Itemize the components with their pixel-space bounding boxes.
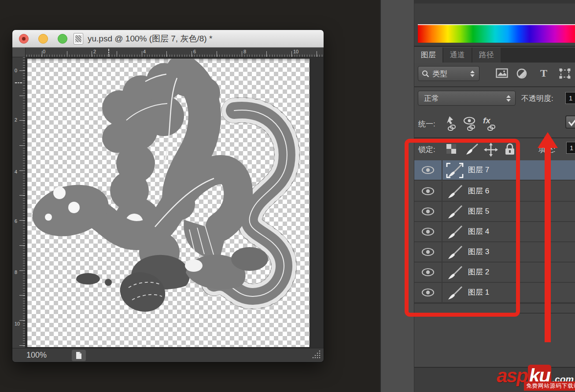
annotation-arrow	[545, 147, 551, 342]
chevron-updown-icon	[470, 70, 475, 77]
ruler-number: 4	[15, 169, 21, 174]
ruler-number: 2	[15, 117, 21, 122]
filter-shape-layers-icon[interactable]	[559, 68, 571, 81]
layer-filter-row: 类型 T	[414, 63, 575, 86]
cursor-position-marker	[108, 49, 109, 56]
ruler-number: 2	[93, 49, 96, 54]
page-icon	[75, 351, 82, 359]
ruler-number: 6	[193, 49, 196, 54]
zoom-level[interactable]: 100%	[26, 351, 47, 360]
ruler-number: 0	[43, 49, 45, 54]
document-statusbar: 100%	[12, 348, 324, 362]
ruler-number: 10	[293, 49, 299, 54]
tab-layers[interactable]: 图层	[414, 48, 442, 63]
filter-type-label: 类型	[432, 69, 447, 79]
document-window[interactable]: yu.psd @ 100% (图层 7, 灰色/8) * 0 2 4 6 8 1…	[12, 30, 324, 362]
ruler-number: 8	[243, 49, 246, 54]
document-title: yu.psd @ 100% (图层 7, 灰色/8) *	[88, 33, 212, 44]
minimize-button[interactable]	[38, 34, 48, 44]
annotation-highlight-rectangle	[405, 139, 520, 317]
svg-text:fx: fx	[483, 116, 491, 125]
annotation-arrow-head	[538, 132, 558, 148]
filter-text-layers-icon[interactable]: T	[538, 68, 549, 81]
tab-paths[interactable]: 路径	[472, 48, 501, 63]
ruler-number: 10	[15, 321, 21, 326]
ruler-number: 6	[15, 218, 21, 224]
vertical-ruler[interactable]: 0 2 4 6 8 10	[12, 57, 26, 348]
ruler-number: 8	[15, 270, 21, 275]
window-resize-grip[interactable]	[312, 350, 321, 360]
ruler-ticks	[26, 51, 324, 57]
canvas-transparency-checkerboard[interactable]	[27, 59, 310, 347]
watermark-tagline: 免费网站源码下载站!	[524, 381, 575, 391]
chevron-updown-icon	[506, 95, 511, 102]
tab-channels[interactable]: 通道	[443, 48, 472, 63]
unify-label: 统一:	[418, 119, 435, 129]
horizontal-ruler[interactable]: 0 2 4 6 8 10	[26, 48, 324, 57]
filter-type-dropdown[interactable]: 类型	[418, 66, 479, 81]
opacity-label: 不透明度:	[521, 93, 553, 104]
document-titlebar[interactable]: yu.psd @ 100% (图层 7, 灰色/8) *	[12, 30, 324, 48]
blend-mode-dropdown[interactable]: 正常	[418, 91, 516, 106]
unify-position-icon[interactable]	[443, 115, 458, 133]
zoom-window-button[interactable]	[58, 34, 67, 44]
ruler-number: 4	[143, 49, 146, 54]
filter-adjustment-layers-icon[interactable]	[516, 68, 527, 81]
opacity-value-field[interactable]: 1	[565, 92, 575, 104]
search-icon	[422, 70, 429, 78]
panel-tabstrip: 图层 通道 路径	[414, 48, 575, 63]
ruler-ticks	[19, 57, 25, 348]
filter-pixel-layers-icon[interactable]	[496, 68, 508, 80]
unify-checkbox[interactable]	[565, 115, 575, 129]
site-watermark: aspku.com 免费网站源码下载站!	[497, 365, 575, 392]
close-button[interactable]	[19, 34, 29, 44]
color-panel	[414, 0, 575, 47]
ruler-number: 0	[15, 68, 21, 73]
photoshop-workspace: 图层 通道 路径 类型 T	[0, 0, 575, 392]
blend-mode-row: 正常 不透明度: 1	[414, 87, 575, 110]
watermark-asp: asp	[497, 365, 527, 387]
fill-value-field[interactable]: 1	[566, 142, 575, 154]
unify-visibility-icon[interactable]	[463, 116, 478, 133]
color-spectrum-ramp[interactable]	[418, 24, 575, 43]
ruler-origin-corner[interactable]	[12, 48, 26, 57]
status-info-button[interactable]	[72, 350, 86, 361]
cursor-position-marker	[15, 82, 22, 83]
blend-mode-value: 正常	[424, 93, 439, 104]
document-proxy-icon	[74, 33, 83, 44]
svg-text:T: T	[540, 68, 547, 79]
canvas-viewport[interactable]	[26, 57, 324, 348]
unify-effects-icon[interactable]: fx	[482, 115, 498, 133]
fish-artwork	[27, 59, 310, 347]
